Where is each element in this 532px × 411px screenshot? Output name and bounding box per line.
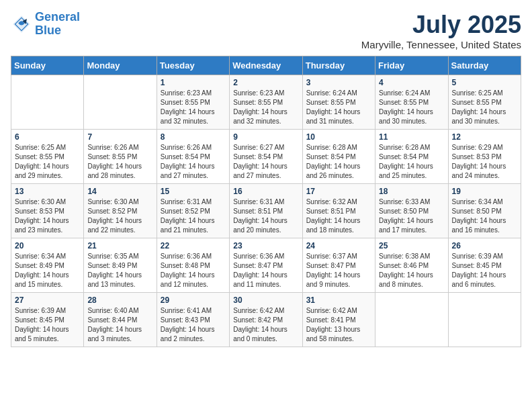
week-row-2: 6Sunrise: 6:25 AM Sunset: 8:55 PM Daylig… bbox=[11, 130, 521, 184]
page-header: General Blue July 2025 Maryville, Tennes… bbox=[11, 11, 521, 50]
day-info: Sunrise: 6:31 AM Sunset: 8:52 PM Dayligh… bbox=[161, 197, 226, 235]
day-info: Sunrise: 6:24 AM Sunset: 8:55 PM Dayligh… bbox=[379, 89, 444, 126]
calendar-cell: 15Sunrise: 6:31 AM Sunset: 8:52 PM Dayli… bbox=[157, 184, 229, 238]
calendar-cell: 22Sunrise: 6:36 AM Sunset: 8:48 PM Dayli… bbox=[157, 238, 229, 293]
day-info: Sunrise: 6:42 AM Sunset: 8:42 PM Dayligh… bbox=[233, 306, 298, 344]
calendar-cell: 29Sunrise: 6:41 AM Sunset: 8:43 PM Dayli… bbox=[157, 293, 229, 347]
day-info: Sunrise: 6:27 AM Sunset: 8:54 PM Dayligh… bbox=[233, 143, 298, 181]
day-number: 3 bbox=[306, 78, 371, 87]
header-row: SundayMondayTuesdayWednesdayThursdayFrid… bbox=[11, 56, 521, 75]
calendar-cell: 4Sunrise: 6:24 AM Sunset: 8:55 PM Daylig… bbox=[375, 75, 448, 130]
day-number: 4 bbox=[379, 78, 444, 87]
day-number: 31 bbox=[306, 295, 371, 305]
day-info: Sunrise: 6:38 AM Sunset: 8:46 PM Dayligh… bbox=[379, 252, 444, 289]
calendar-cell: 30Sunrise: 6:42 AM Sunset: 8:42 PM Dayli… bbox=[230, 293, 302, 347]
day-info: Sunrise: 6:35 AM Sunset: 8:49 PM Dayligh… bbox=[87, 252, 152, 289]
day-info: Sunrise: 6:37 AM Sunset: 8:47 PM Dayligh… bbox=[306, 252, 371, 289]
calendar-subtitle: Maryville, Tennessee, United States bbox=[361, 39, 521, 50]
day-number: 10 bbox=[306, 132, 371, 142]
day-number: 14 bbox=[87, 187, 152, 196]
week-row-3: 13Sunrise: 6:30 AM Sunset: 8:53 PM Dayli… bbox=[11, 184, 521, 238]
day-number: 7 bbox=[87, 132, 152, 142]
day-info: Sunrise: 6:25 AM Sunset: 8:55 PM Dayligh… bbox=[452, 89, 517, 126]
week-row-4: 20Sunrise: 6:34 AM Sunset: 8:49 PM Dayli… bbox=[11, 238, 521, 293]
day-info: Sunrise: 6:36 AM Sunset: 8:48 PM Dayligh… bbox=[161, 252, 226, 289]
calendar-cell: 27Sunrise: 6:39 AM Sunset: 8:45 PM Dayli… bbox=[11, 293, 84, 347]
calendar-cell: 21Sunrise: 6:35 AM Sunset: 8:49 PM Dayli… bbox=[84, 238, 157, 293]
day-info: Sunrise: 6:40 AM Sunset: 8:44 PM Dayligh… bbox=[87, 306, 152, 344]
calendar-cell: 31Sunrise: 6:42 AM Sunset: 8:41 PM Dayli… bbox=[302, 293, 375, 347]
day-number: 22 bbox=[161, 241, 226, 250]
calendar-cell bbox=[84, 75, 157, 130]
calendar-header: SundayMondayTuesdayWednesdayThursdayFrid… bbox=[11, 56, 521, 75]
title-block: July 2025 Maryville, Tennessee, United S… bbox=[361, 11, 521, 50]
day-info: Sunrise: 6:42 AM Sunset: 8:41 PM Dayligh… bbox=[306, 306, 371, 344]
header-day-sunday: Sunday bbox=[11, 56, 84, 75]
calendar-cell: 20Sunrise: 6:34 AM Sunset: 8:49 PM Dayli… bbox=[11, 238, 84, 293]
day-number: 17 bbox=[306, 187, 371, 196]
day-number: 8 bbox=[161, 132, 226, 142]
calendar-cell: 6Sunrise: 6:25 AM Sunset: 8:55 PM Daylig… bbox=[11, 130, 84, 184]
day-number: 27 bbox=[15, 295, 80, 305]
calendar-cell: 16Sunrise: 6:31 AM Sunset: 8:51 PM Dayli… bbox=[230, 184, 302, 238]
day-number: 21 bbox=[87, 241, 152, 250]
calendar-cell: 28Sunrise: 6:40 AM Sunset: 8:44 PM Dayli… bbox=[84, 293, 157, 347]
week-row-5: 27Sunrise: 6:39 AM Sunset: 8:45 PM Dayli… bbox=[11, 293, 521, 347]
day-info: Sunrise: 6:29 AM Sunset: 8:53 PM Dayligh… bbox=[452, 143, 517, 181]
header-day-monday: Monday bbox=[84, 56, 157, 75]
day-info: Sunrise: 6:36 AM Sunset: 8:47 PM Dayligh… bbox=[233, 252, 298, 289]
week-row-1: 1Sunrise: 6:23 AM Sunset: 8:55 PM Daylig… bbox=[11, 75, 521, 130]
logo-text: General Blue bbox=[35, 11, 80, 38]
day-number: 29 bbox=[161, 295, 226, 305]
calendar-cell: 23Sunrise: 6:36 AM Sunset: 8:47 PM Dayli… bbox=[230, 238, 302, 293]
calendar-cell: 10Sunrise: 6:28 AM Sunset: 8:54 PM Dayli… bbox=[302, 130, 375, 184]
header-day-tuesday: Tuesday bbox=[157, 56, 229, 75]
day-info: Sunrise: 6:34 AM Sunset: 8:49 PM Dayligh… bbox=[15, 252, 80, 289]
calendar-cell: 25Sunrise: 6:38 AM Sunset: 8:46 PM Dayli… bbox=[375, 238, 448, 293]
calendar-cell bbox=[11, 75, 84, 130]
day-info: Sunrise: 6:28 AM Sunset: 8:54 PM Dayligh… bbox=[379, 143, 444, 181]
calendar-cell: 13Sunrise: 6:30 AM Sunset: 8:53 PM Dayli… bbox=[11, 184, 84, 238]
day-number: 30 bbox=[233, 295, 298, 305]
calendar-body: 1Sunrise: 6:23 AM Sunset: 8:55 PM Daylig… bbox=[11, 75, 521, 347]
calendar-cell: 18Sunrise: 6:33 AM Sunset: 8:50 PM Dayli… bbox=[375, 184, 448, 238]
day-number: 2 bbox=[233, 78, 298, 87]
calendar-cell: 12Sunrise: 6:29 AM Sunset: 8:53 PM Dayli… bbox=[448, 130, 521, 184]
calendar-cell bbox=[448, 293, 521, 347]
calendar-cell: 5Sunrise: 6:25 AM Sunset: 8:55 PM Daylig… bbox=[448, 75, 521, 130]
header-day-friday: Friday bbox=[375, 56, 448, 75]
calendar-cell: 2Sunrise: 6:23 AM Sunset: 8:55 PM Daylig… bbox=[230, 75, 302, 130]
day-number: 9 bbox=[233, 132, 298, 142]
calendar-cell: 7Sunrise: 6:26 AM Sunset: 8:55 PM Daylig… bbox=[84, 130, 157, 184]
day-info: Sunrise: 6:26 AM Sunset: 8:55 PM Dayligh… bbox=[87, 143, 152, 181]
day-info: Sunrise: 6:32 AM Sunset: 8:51 PM Dayligh… bbox=[306, 197, 371, 235]
logo-blue: Blue bbox=[35, 24, 61, 37]
day-info: Sunrise: 6:34 AM Sunset: 8:50 PM Dayligh… bbox=[452, 197, 517, 235]
day-number: 20 bbox=[15, 241, 80, 250]
day-info: Sunrise: 6:25 AM Sunset: 8:55 PM Dayligh… bbox=[15, 143, 80, 181]
day-info: Sunrise: 6:26 AM Sunset: 8:54 PM Dayligh… bbox=[161, 143, 226, 181]
calendar-title: July 2025 bbox=[361, 11, 521, 39]
calendar-cell: 17Sunrise: 6:32 AM Sunset: 8:51 PM Dayli… bbox=[302, 184, 375, 238]
day-info: Sunrise: 6:39 AM Sunset: 8:45 PM Dayligh… bbox=[15, 306, 80, 344]
day-number: 25 bbox=[379, 241, 444, 250]
calendar-cell: 14Sunrise: 6:30 AM Sunset: 8:52 PM Dayli… bbox=[84, 184, 157, 238]
day-info: Sunrise: 6:39 AM Sunset: 8:45 PM Dayligh… bbox=[452, 252, 517, 289]
header-day-thursday: Thursday bbox=[302, 56, 375, 75]
calendar-cell: 9Sunrise: 6:27 AM Sunset: 8:54 PM Daylig… bbox=[230, 130, 302, 184]
header-day-wednesday: Wednesday bbox=[230, 56, 302, 75]
calendar-cell: 1Sunrise: 6:23 AM Sunset: 8:55 PM Daylig… bbox=[157, 75, 229, 130]
day-number: 24 bbox=[306, 241, 371, 250]
calendar-cell: 3Sunrise: 6:24 AM Sunset: 8:55 PM Daylig… bbox=[302, 75, 375, 130]
logo-icon bbox=[11, 13, 32, 35]
day-info: Sunrise: 6:23 AM Sunset: 8:55 PM Dayligh… bbox=[161, 89, 226, 126]
day-info: Sunrise: 6:23 AM Sunset: 8:55 PM Dayligh… bbox=[233, 89, 298, 126]
day-number: 13 bbox=[15, 187, 80, 196]
logo-general: General bbox=[35, 10, 80, 24]
day-number: 12 bbox=[452, 132, 517, 142]
day-number: 15 bbox=[161, 187, 226, 196]
day-number: 26 bbox=[452, 241, 517, 250]
day-info: Sunrise: 6:30 AM Sunset: 8:53 PM Dayligh… bbox=[15, 197, 80, 235]
day-info: Sunrise: 6:31 AM Sunset: 8:51 PM Dayligh… bbox=[233, 197, 298, 235]
day-info: Sunrise: 6:30 AM Sunset: 8:52 PM Dayligh… bbox=[87, 197, 152, 235]
